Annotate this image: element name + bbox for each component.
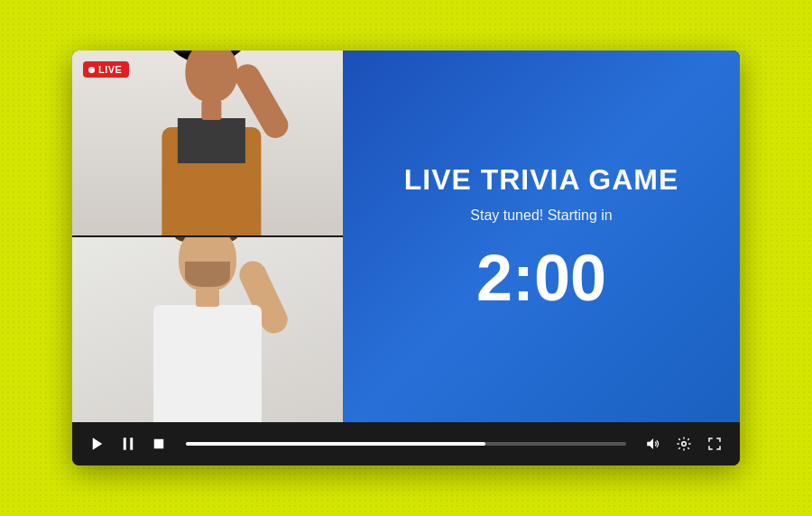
man-beard — [185, 262, 230, 287]
left-panel: LIVE — [72, 51, 343, 422]
progress-bar[interactable] — [186, 442, 626, 446]
settings-button[interactable] — [673, 433, 695, 455]
trivia-title: LIVE TRIVIA GAME — [404, 163, 679, 197]
play-button[interactable] — [87, 433, 108, 455]
svg-rect-2 — [130, 438, 133, 450]
woman-neck — [201, 100, 221, 120]
stop-button[interactable] — [148, 433, 170, 455]
trivia-panel: LIVE TRIVIA GAME Stay tuned! Starting in… — [343, 51, 740, 422]
man-shirt — [153, 305, 262, 422]
video-content: LIVE — [72, 51, 740, 422]
live-dot — [88, 67, 95, 73]
camera-bottom-feed — [72, 237, 343, 422]
progress-fill — [186, 442, 485, 446]
pause-button[interactable] — [117, 433, 139, 455]
woman-face — [185, 51, 237, 102]
right-controls — [642, 433, 725, 455]
fullscreen-button[interactable] — [704, 433, 725, 455]
svg-marker-0 — [93, 438, 103, 450]
camera-bottom — [72, 237, 343, 422]
svg-rect-1 — [124, 438, 126, 450]
camera-top: LIVE — [72, 51, 343, 237]
video-player: LIVE — [72, 51, 740, 465]
live-text: LIVE — [98, 64, 122, 75]
man-neck — [196, 289, 219, 307]
camera-top-feed — [72, 51, 343, 235]
person-man — [108, 242, 307, 422]
svg-marker-4 — [647, 438, 653, 449]
live-badge: LIVE — [83, 61, 129, 78]
trivia-subtitle: Stay tuned! Starting in — [470, 207, 612, 224]
controls-bar — [72, 422, 740, 465]
svg-rect-3 — [154, 439, 164, 449]
volume-button[interactable] — [642, 433, 664, 455]
woman-shirt — [178, 118, 245, 163]
trivia-timer: 2:00 — [476, 245, 606, 310]
svg-point-5 — [682, 442, 687, 447]
person-woman — [112, 51, 310, 235]
